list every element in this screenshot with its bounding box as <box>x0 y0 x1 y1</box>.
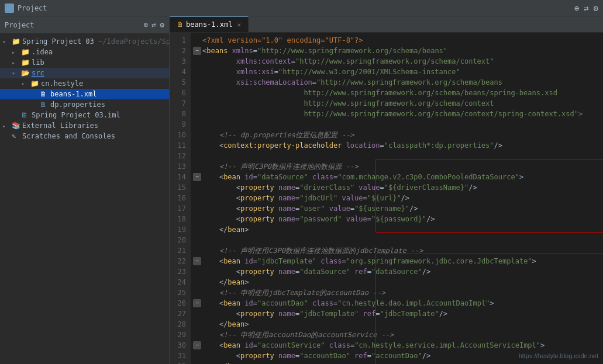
code-line-19: </bean> <box>193 224 603 235</box>
code-line-23: <property name="dataSource" ref="dataSou… <box>193 266 603 277</box>
fold-marker-14[interactable]: − <box>193 173 201 181</box>
code-line-10: <!-- dp.properties位置信息配置 --> <box>193 130 603 140</box>
line-num-28: 28 <box>172 319 186 330</box>
tree-label: beans-1.xml <box>50 90 97 98</box>
watermark: https://hestyle.blog.csdn.net <box>519 352 598 359</box>
code-content: 1 2 3 4 5 6 7 8 9 10 11 12 13 14 15 16 1 <box>170 33 603 364</box>
title-bar-actions: ⊕ ⇄ ⚙ <box>574 4 598 13</box>
line-num-1: 1 <box>172 35 186 46</box>
line-num-8: 8 <box>172 109 186 119</box>
package-icon: 📁 <box>30 79 40 88</box>
code-line-14: − <bean id="dataSource" class="com.mchan… <box>193 172 603 182</box>
line-num-14: 14 <box>172 172 186 182</box>
sidebar-header-icons: ⊕ ⇄ ⚙ <box>144 20 164 29</box>
tab-beans-xml[interactable]: 🗎 beans-1.xml ✕ <box>170 16 249 32</box>
code-line-9 <box>193 119 603 130</box>
layout-icon[interactable]: ⇄ <box>151 20 156 29</box>
code-line-29: <!-- 申明使用accountDao的accountService --> <box>193 330 603 340</box>
fold-marker-26[interactable]: − <box>193 299 201 307</box>
line-numbers: 1 2 3 4 5 6 7 8 9 10 11 12 13 14 15 16 1 <box>170 33 191 364</box>
line-num-15: 15 <box>172 182 186 193</box>
line-num-21: 21 <box>172 245 186 256</box>
project-icon <box>5 4 14 13</box>
line-num-19: 19 <box>172 224 186 235</box>
code-line-21: <!-- 声明使用C3P0数据库连接池数据源的jdbcTemplate --> <box>193 245 603 256</box>
tree-item-scratches[interactable]: ✎ Scratches and Consoles <box>0 131 169 141</box>
library-icon: 📚 <box>12 122 21 130</box>
tree-item-cn-hestyle[interactable]: ▾ 📁 cn.hestyle <box>0 78 169 89</box>
tree-label: cn.hestyle <box>41 79 83 88</box>
folder-icon: 📁 <box>21 48 30 56</box>
exchange-icon[interactable]: ⇄ <box>584 4 588 13</box>
code-line-11: <context:property-placeholder location="… <box>193 140 603 151</box>
tree-label: External Libraries <box>22 122 98 130</box>
tree-item-ext-libraries[interactable]: ▸ 📚 External Libraries <box>0 120 169 131</box>
properties-file-icon: 🗎 <box>40 100 49 109</box>
line-num-7: 7 <box>172 98 186 109</box>
line-num-29: 29 <box>172 330 186 340</box>
xml-file-icon: 🗎 <box>40 90 49 98</box>
code-line-26: − <bean id="accountDao" class="cn.hestyl… <box>193 298 603 308</box>
line-num-4: 4 <box>172 67 186 77</box>
code-line-16: <property name="jdbcUrl" value="${url}"/… <box>193 193 603 203</box>
sidebar-header: Project ⊕ ⇄ ⚙ <box>0 16 169 34</box>
tree-arrow: ▾ <box>12 70 21 77</box>
tab-close-icon[interactable]: ✕ <box>237 21 241 29</box>
scratches-icon: ✎ <box>12 132 21 140</box>
code-line-12 <box>193 151 603 161</box>
folder-icon: 📁 <box>21 58 30 67</box>
code-line-7: http://www.springframework.org/schema/co… <box>193 98 603 109</box>
line-num-11: 11 <box>172 140 186 151</box>
code-line-8: http://www.springframework.org/schema/co… <box>193 109 603 119</box>
gear-icon[interactable]: ⚙ <box>594 4 598 13</box>
fold-marker-30[interactable]: − <box>193 341 201 349</box>
folder-open-icon: 📂 <box>21 69 30 77</box>
sidebar: Project ⊕ ⇄ ⚙ ▾ 📁 Spring Project 03 ~/Id… <box>0 16 170 364</box>
tree-item-lib[interactable]: ▸ 📁 lib <box>0 57 169 68</box>
line-num-31: 31 <box>172 351 186 361</box>
xml-tab-icon: 🗎 <box>177 20 184 29</box>
tree-item-spring-iml[interactable]: 🗎 Spring Project 03.iml <box>0 110 169 120</box>
tree-label: .idea <box>32 48 53 56</box>
code-line-2: − <beans xmlns="http://www.springframewo… <box>193 46 603 56</box>
tab-label: beans-1.xml <box>186 20 232 29</box>
tree-arrow: ▾ <box>2 39 12 45</box>
globe-icon[interactable]: ⊕ <box>574 4 579 13</box>
line-num-26: 26 <box>172 298 186 308</box>
code-line-22: − <bean id="jdbcTemplate" class="org.spr… <box>193 256 603 266</box>
line-num-17: 17 <box>172 203 186 214</box>
editor-wrapper[interactable]: ↙ 1 2 3 4 5 6 7 8 9 10 11 12 13 <box>170 33 603 364</box>
line-num-23: 23 <box>172 266 186 277</box>
svg-rect-1 <box>7 6 12 8</box>
code-line-20 <box>193 235 603 245</box>
line-num-6: 6 <box>172 88 186 98</box>
settings-icon[interactable]: ⚙ <box>160 20 164 29</box>
tree-item-src[interactable]: ▾ 📂 src <box>0 68 169 78</box>
line-num-20: 20 <box>172 235 186 245</box>
line-num-3: 3 <box>172 56 186 67</box>
tree-item-spring-project[interactable]: ▾ 📁 Spring Project 03 ~/IdeaProjects/Spr… <box>0 36 169 47</box>
tree-item-idea[interactable]: ▸ 📁 .idea <box>0 47 169 57</box>
code-line-18: <property name="password" value="${passw… <box>193 214 603 224</box>
main-layout: Project ⊕ ⇄ ⚙ ▾ 📁 Spring Project 03 ~/Id… <box>0 16 603 364</box>
tree-item-beans-xml[interactable]: 🗎 beans-1.xml <box>0 89 169 99</box>
code-line-13: <!-- 声明C3P0数据库连接池的数据源 --> <box>193 161 603 172</box>
code-line-25: <!-- 申明使用jdbcTemplate的accountDao --> <box>193 287 603 298</box>
line-num-5: 5 <box>172 77 186 88</box>
code-line-3: xmlns:context="http://www.springframewor… <box>193 56 603 67</box>
line-num-27: 27 <box>172 308 186 319</box>
tree-label: dp.properties <box>50 100 105 109</box>
line-num-12: 12 <box>172 151 186 161</box>
line-num-13: 13 <box>172 161 186 172</box>
line-num-9: 9 <box>172 119 186 130</box>
fold-marker-2[interactable]: − <box>193 47 201 55</box>
add-icon[interactable]: ⊕ <box>144 20 149 29</box>
code-line-4: xmlns:xsi="http://www.w3.org/2001/XMLSch… <box>193 67 603 77</box>
fold-marker-22[interactable]: − <box>193 257 201 265</box>
tree-item-dp-properties[interactable]: 🗎 dp.properties <box>0 99 169 110</box>
code-line-32: </bean> <box>193 361 603 364</box>
code-line-30: − <bean id="accountService" class="cn.he… <box>193 340 603 351</box>
folder-icon: 📁 <box>12 37 21 46</box>
code-line-27: <property name="jdbcTemplate" ref="jdbcT… <box>193 308 603 319</box>
line-num-18: 18 <box>172 214 186 224</box>
